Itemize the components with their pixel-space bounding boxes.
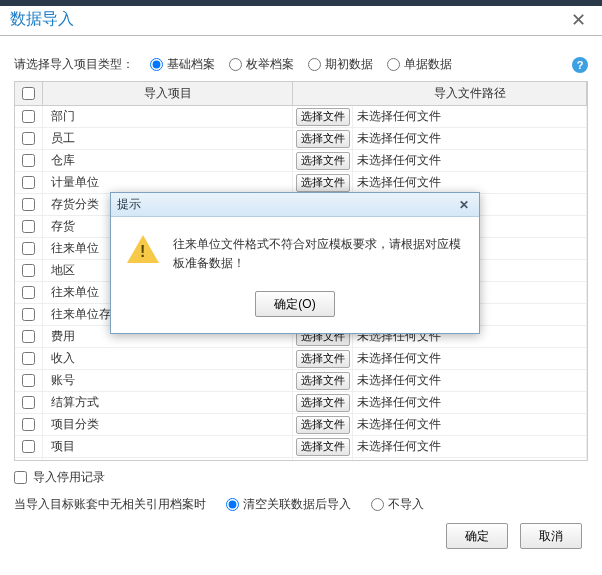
modal-close-icon[interactable]: ✕ [455,198,473,212]
modal-mask: 提示 ✕ 往来单位文件格式不符合对应模板要求，请根据对应模板准备数据！ 确定(O… [0,36,602,575]
modal-message: 往来单位文件格式不符合对应模板要求，请根据对应模板准备数据！ [173,235,463,273]
close-icon[interactable]: ✕ [565,5,592,35]
titlebar-top-strip [0,0,602,6]
modal-titlebar: 提示 ✕ [111,193,479,217]
modal-ok-button[interactable]: 确定(O) [255,291,335,317]
alert-modal: 提示 ✕ 往来单位文件格式不符合对应模板要求，请根据对应模板准备数据！ 确定(O… [110,192,480,334]
dialog-title: 数据导入 [10,9,565,30]
titlebar: 数据导入 ✕ [0,0,602,36]
modal-footer: 确定(O) [111,285,479,333]
warning-icon [127,235,159,267]
modal-title-text: 提示 [117,196,455,213]
modal-body: 往来单位文件格式不符合对应模板要求，请根据对应模板准备数据！ [111,217,479,285]
